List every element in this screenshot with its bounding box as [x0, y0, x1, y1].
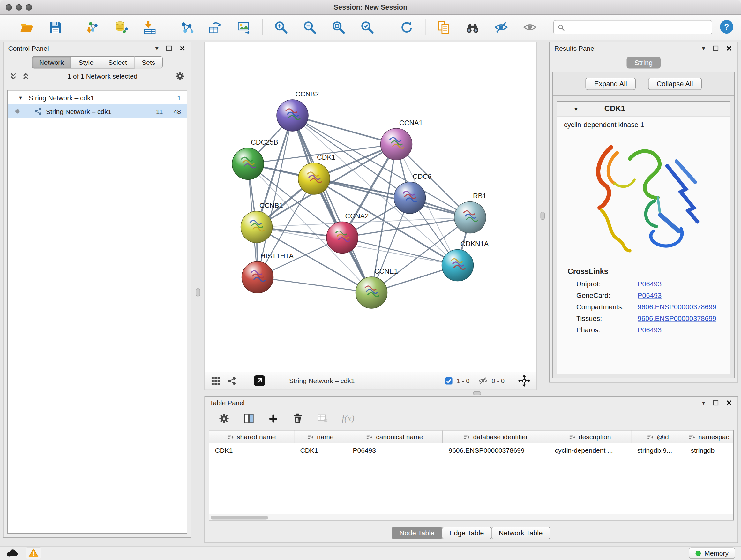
- tab-network[interactable]: Network: [31, 56, 71, 69]
- left-splitter-handle[interactable]: [196, 288, 200, 297]
- tab-string[interactable]: String: [626, 57, 661, 69]
- column-header[interactable]: @id: [631, 431, 685, 444]
- crosslink-label: Pharos:: [576, 326, 637, 334]
- zoom-fit-button[interactable]: [328, 17, 348, 37]
- zoom-in-button[interactable]: [271, 17, 291, 37]
- panel-menu-icon[interactable]: ▾: [155, 45, 158, 51]
- tree-caret-icon[interactable]: ▾: [19, 94, 22, 101]
- import-network-database-button[interactable]: [111, 17, 131, 37]
- save-session-button[interactable]: [46, 17, 66, 37]
- search-field[interactable]: [553, 20, 712, 35]
- tab-sets[interactable]: Sets: [135, 56, 163, 69]
- protein-detail-card: ▾ CDK1 cyclin-dependent kinase 1: [557, 101, 731, 374]
- protein-card-header[interactable]: ▾ CDK1: [557, 102, 730, 117]
- table-type-tabs: Node Table Edge Table Network Table: [205, 527, 738, 539]
- scrollbar-thumb[interactable]: [211, 516, 268, 519]
- expand-all-button[interactable]: Expand All: [586, 78, 636, 90]
- column-header[interactable]: namespac: [685, 431, 734, 444]
- horizontal-splitter-handle[interactable]: [473, 391, 481, 395]
- import-network-file-button[interactable]: [82, 17, 103, 37]
- table-cell[interactable]: P06493: [347, 443, 443, 456]
- crosslink-row: Tissues: 9606.ENSP00000378699: [557, 313, 730, 324]
- crosslink-link[interactable]: 9606.ENSP00000378699: [637, 303, 717, 311]
- close-panel-icon[interactable]: [180, 45, 185, 51]
- select-columns-icon[interactable]: [243, 413, 255, 424]
- column-header[interactable]: database identifier: [443, 431, 549, 444]
- memory-button[interactable]: Memory: [689, 548, 735, 559]
- column-header[interactable]: name: [294, 431, 347, 444]
- protein-structure-image: [584, 133, 703, 261]
- table-cell[interactable]: 9606.ENSP00000378699: [443, 443, 549, 456]
- network-canvas[interactable]: CCNB2CCNA1CDC25BCDK1CDC6RB1CCNB1CCNA2CDK…: [205, 42, 536, 372]
- annotation-mode-button[interactable]: [254, 375, 265, 387]
- horizontal-scrollbar[interactable]: [209, 514, 734, 520]
- export-image-button[interactable]: [234, 17, 254, 37]
- crosslink-link[interactable]: 9606.ENSP00000378699: [637, 315, 717, 322]
- delete-column-trash-icon[interactable]: [292, 413, 304, 424]
- network-label: String Network – cdk1: [46, 108, 111, 115]
- network-edge-count: 48: [174, 108, 181, 115]
- tab-network-table[interactable]: Network Table: [491, 527, 550, 539]
- table-cell[interactable]: cyclin-dependent ...: [549, 443, 631, 456]
- control-panel: Control Panel ▾ Network Style Select Set…: [3, 42, 192, 538]
- zoom-window-button[interactable]: [26, 4, 32, 11]
- tab-style[interactable]: Style: [71, 56, 101, 69]
- table-settings-gear-icon[interactable]: [218, 413, 230, 424]
- collapse-all-button[interactable]: Collapse All: [648, 78, 702, 90]
- collapse-section-icon[interactable]: ▾: [575, 105, 578, 112]
- birdseye-view-icon[interactable]: [211, 376, 221, 386]
- show-all-button[interactable]: [520, 17, 540, 37]
- table-cell[interactable]: CDK1: [294, 443, 347, 456]
- float-panel-icon[interactable]: [166, 45, 172, 51]
- close-panel-icon[interactable]: [726, 400, 732, 406]
- panel-menu-icon[interactable]: ▾: [702, 399, 705, 406]
- zoom-selected-button[interactable]: [357, 17, 377, 37]
- tab-select[interactable]: Select: [101, 56, 135, 69]
- cloud-icon[interactable]: [6, 547, 18, 559]
- add-column-icon[interactable]: [268, 414, 279, 424]
- minimize-window-button[interactable]: [16, 4, 22, 11]
- crosslink-link[interactable]: P06493: [637, 292, 662, 300]
- right-splitter-handle[interactable]: [541, 212, 545, 220]
- toolbar-separator: [74, 19, 74, 36]
- table-row[interactable]: CDK1 CDK1 P06493 9606.ENSP00000378699 cy…: [209, 443, 734, 456]
- tab-node-table[interactable]: Node Table: [392, 527, 442, 539]
- selected-checkbox-icon[interactable]: [445, 377, 453, 385]
- panel-menu-icon[interactable]: ▾: [702, 45, 705, 51]
- gear-icon[interactable]: [175, 71, 185, 81]
- network-row[interactable]: String Network – cdk1 11 48: [8, 105, 187, 118]
- float-panel-icon[interactable]: [713, 400, 719, 406]
- network-collection-row[interactable]: ▾ String Network – cdk1 1: [8, 91, 187, 105]
- hide-selected-button[interactable]: [491, 17, 511, 37]
- import-table-button[interactable]: [140, 17, 160, 37]
- help-button[interactable]: ?: [719, 19, 734, 36]
- copy-document-button[interactable]: [434, 17, 454, 37]
- tab-edge-table[interactable]: Edge Table: [442, 527, 491, 539]
- table-cell[interactable]: CDK1: [209, 443, 294, 456]
- close-window-button[interactable]: [6, 4, 12, 11]
- share-network-icon[interactable]: [227, 376, 237, 385]
- hidden-eye-slash-icon[interactable]: [478, 376, 488, 386]
- new-network-from-selection-button[interactable]: [177, 17, 197, 37]
- open-session-button[interactable]: [17, 17, 37, 37]
- table-panel: Table Panel ▾: [205, 396, 738, 543]
- float-panel-icon[interactable]: [713, 45, 719, 51]
- pan-crosshair-icon[interactable]: [518, 374, 530, 387]
- column-header[interactable]: shared name: [209, 431, 294, 444]
- close-panel-icon[interactable]: [726, 45, 732, 51]
- sort-icon: [569, 434, 576, 440]
- binoculars-button[interactable]: [462, 17, 482, 37]
- export-network-table-button[interactable]: [205, 17, 226, 37]
- refresh-layout-button[interactable]: [397, 17, 417, 37]
- column-header[interactable]: description: [549, 431, 631, 444]
- collapse-all-icon[interactable]: [9, 72, 18, 80]
- crosslink-link[interactable]: P06493: [637, 280, 662, 288]
- column-header[interactable]: canonical name: [347, 431, 443, 444]
- table-cell[interactable]: stringdb: [685, 443, 734, 456]
- warnings-button[interactable]: [26, 547, 41, 559]
- crosslink-link[interactable]: P06493: [637, 326, 662, 334]
- expand-all-icon[interactable]: [22, 72, 30, 80]
- table-cell[interactable]: stringdb:9...: [631, 443, 685, 456]
- search-input[interactable]: [568, 23, 708, 31]
- zoom-out-button[interactable]: [300, 17, 320, 37]
